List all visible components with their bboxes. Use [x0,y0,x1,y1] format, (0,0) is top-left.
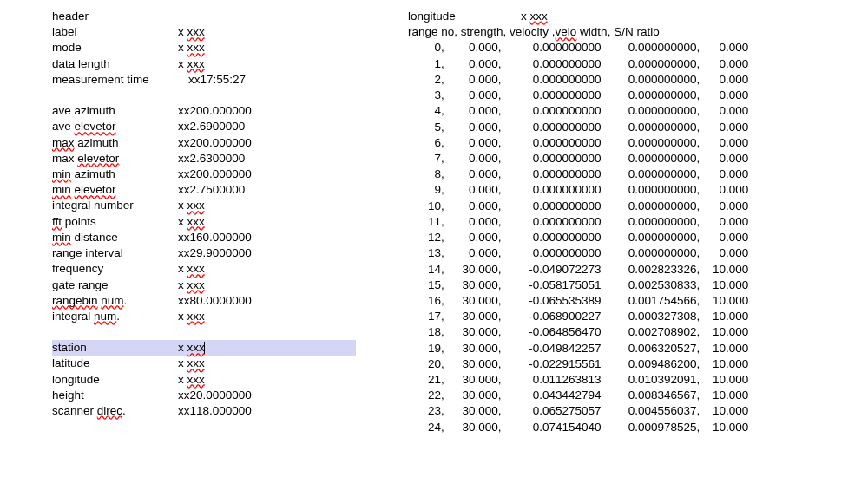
table-row: 12,0.000,0.0000000000.000000000,0.000 [408,230,816,245]
table-row: 0,0.000,0.0000000000.000000000,0.000 [408,40,816,56]
val: xx118.000000 [178,403,252,419]
lbl: fft points [52,214,178,230]
placeholder: xxx [187,262,205,275]
table-row: 9,0.000,0.0000000000.000000000,0.000 [408,182,816,198]
field-ave-elevetor: ave elevetor xx2.6900000 [52,119,356,134]
val: x xxx [178,356,205,371]
table-row: 6,0.000,0.0000000000.000000000,0.000 [408,135,816,151]
placeholder: xxx [187,278,205,291]
left-column: header label x xxx mode x xxx data lengt… [52,9,356,435]
lbl: mode [52,40,178,56]
val: x xxx [178,278,205,293]
val: xx2.6900000 [178,119,245,134]
lbl: ave azimuth [52,103,178,119]
table-row: 7,0.000,0.0000000000.000000000,0.000 [408,151,816,167]
table-row: 14,30.000,-0.0490722730.002823326,10.000 [408,262,816,278]
field-measurement-time: measurement time xx17:55:27 [52,72,356,88]
val: xx17:55:27 [188,72,246,88]
val: xx200.000000 [178,103,252,119]
field-integral-num: integral num. x xxx [52,309,356,324]
lbl: ave elevetor [52,119,178,134]
field-frequency: frequency x xxx [52,261,356,277]
table-row: 13,0.000,0.0000000000.000000000,0.000 [408,245,816,261]
table-row: 17,30.000,-0.0689002270.000327308,10.000 [408,309,816,324]
field-latitude: latitude x xxx [52,356,356,371]
field-gate-range: gate range x xxx [52,278,356,293]
field-rangebin-num: rangebin num. xx80.0000000 [52,293,356,309]
val: x xxx [178,309,205,324]
val: xx200.000000 [178,167,252,182]
field-station[interactable]: station x xxx [52,340,356,356]
field-max-azimuth: max azimuth xx200.000000 [52,135,356,151]
val: xx29.9000000 [178,245,252,261]
header-label: header [52,9,178,24]
lbl: integral number [52,198,178,213]
field-mode: mode x xxx [52,40,356,56]
val: xx160.000000 [178,230,252,245]
table-row: 16,30.000,-0.0655353890.001754566,10.000 [408,293,816,309]
val: xx2.6300000 [178,151,245,167]
table-row: 1,0.000,0.0000000000.000000000,0.000 [408,56,816,72]
val: x xxx [178,340,205,356]
lbl: min azimuth [52,167,178,182]
lbl: integral num. [52,309,178,324]
placeholder: xxx [187,215,205,228]
field-longitude: longitude x xxx [52,372,356,388]
field-scanner-direc: scanner direc. xx118.000000 [52,403,356,419]
table-row: 18,30.000,-0.0648564700.002708902,10.000 [408,324,816,340]
lbl: longitude [408,9,521,24]
table-row: 11,0.000,0.0000000000.000000000,0.000 [408,214,816,230]
field-min-azimuth: min azimuth xx200.000000 [52,167,356,182]
val: x xxx [178,198,205,213]
placeholder: xxx [187,373,205,386]
placeholder: xxx [187,356,205,369]
val: x xxx [521,9,548,24]
table-row: 21,30.000,0.0112638130.010392091,10.000 [408,372,816,388]
table-row: 23,30.000,0.0652750570.004556037,10.000 [408,403,816,419]
table-row: 24,30.000,0.0741540400.000978525,10.000 [408,420,816,435]
field-fft-points: fft points x xxx [52,214,356,230]
lbl: data length [52,56,178,72]
placeholder: xxx [187,341,205,354]
val: x xxx [178,372,205,388]
lbl: frequency [52,261,178,277]
val: x xxx [178,214,205,230]
right-column: longitude x xxx range no, strength, velo… [408,9,816,435]
field-height: height xx20.0000000 [52,388,356,403]
val: xx200.000000 [178,135,252,151]
placeholder: xxx [530,10,548,23]
lbl: rangebin num. [52,293,178,309]
lbl: label [52,24,178,40]
table-row: 10,0.000,0.0000000000.000000000,0.000 [408,199,816,214]
data-rows-container: 0,0.000,0.0000000000.000000000,0.0001,0.… [408,40,816,434]
placeholder: xxx [187,310,205,323]
lbl: max azimuth [52,135,178,151]
field-min-distance: min distance xx160.000000 [52,230,356,245]
lbl: measurement time [52,72,178,88]
lbl: min elevetor [52,182,178,198]
table-header: range no, strength, velocity ,velo width… [408,24,816,40]
field-max-elevetor: max elevetor xx2.6300000 [52,151,356,167]
table-row: 2,0.000,0.0000000000.000000000,0.000 [408,72,816,88]
table-row: 3,0.000,0.0000000000.000000000,0.000 [408,88,816,103]
placeholder: xxx [187,25,205,38]
lbl: station [52,340,178,356]
field-min-elevetor: min elevetor xx2.7500000 [52,182,356,198]
val: x xxx [178,40,205,56]
lbl: height [52,388,178,403]
header-line: header [52,9,356,24]
lbl: gate range [52,278,178,293]
field-integral-number: integral number x xxx [52,198,356,213]
table-row: 5,0.000,0.0000000000.000000000,0.000 [408,120,816,135]
val: xx80.0000000 [178,293,252,309]
placeholder: xxx [187,199,205,212]
placeholder: xxx [187,41,205,54]
table-row: 15,30.000,-0.0581750510.002530833,10.000 [408,278,816,293]
text-caret-icon [204,342,205,354]
table-row: 20,30.000,-0.0229155610.009486200,10.000 [408,356,816,372]
placeholder: xxx [187,57,205,70]
val: xx2.7500000 [178,182,245,198]
table-row: 8,0.000,0.0000000000.000000000,0.000 [408,167,816,182]
table-row: 22,30.000,0.0434427940.008346567,10.000 [408,388,816,403]
field-range-interval: range interval xx29.9000000 [52,245,356,261]
